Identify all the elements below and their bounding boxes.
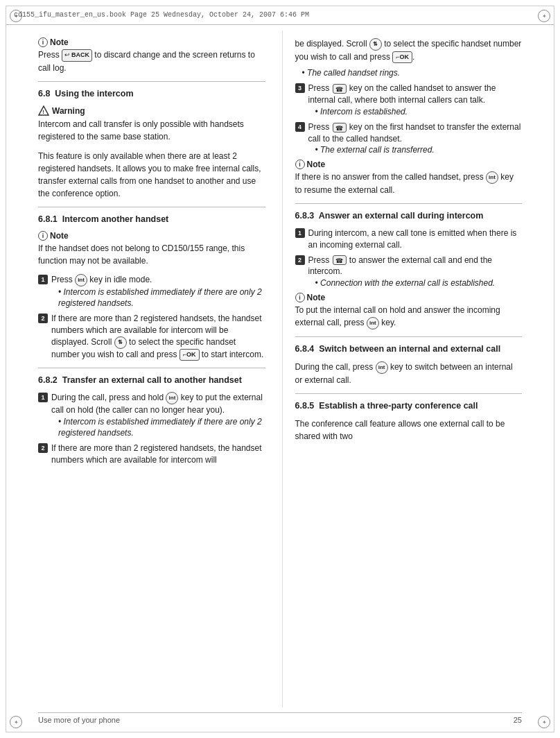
feature-text: This feature is only available when ther… (38, 150, 265, 200)
italic-note-681-1: • Intercom is established immediately if… (58, 286, 265, 310)
step-682-2: 2 If there are more than 2 registered ha… (38, 443, 265, 466)
warning-text: Intercom and call transfer is only possi… (38, 118, 265, 143)
header-bar: cd155_ifu_master_en_us.book Page 25 Wedn… (6, 6, 554, 25)
step-num-683-1: 1 (295, 228, 305, 238)
right-column: be displayed. Scroll ⇅ to select the spe… (282, 31, 523, 707)
note-heading-682: i Note (295, 160, 523, 169)
section-682-title: 6.8.2 Transfer an external call to anoth… (38, 375, 265, 385)
note-heading-683: i Note (295, 293, 523, 302)
note-heading-1: i Note (38, 37, 265, 47)
italic-note-683-2: • Connection with the external call is e… (315, 277, 523, 289)
back-key: ↩BACK (62, 49, 92, 62)
divider-r2 (295, 336, 523, 337)
step-content-682-4: Press ☎ key on the first handset to tran… (308, 121, 523, 156)
svg-text:!: ! (42, 109, 44, 115)
ok-key-1: ⌐OK (180, 349, 200, 361)
step-681-2: 2 If there are more than 2 registered ha… (38, 313, 265, 361)
int-key-note: int (486, 171, 498, 184)
section-681: 6.8.1 Intercom another handset (38, 214, 265, 224)
note-text-682: If there is no answer from the called ha… (295, 171, 523, 196)
steps-682-left: 1 During the call, press and hold int ke… (38, 392, 265, 466)
step-682-3: 3 Press ☎ key on the called handset to a… (295, 83, 523, 117)
section-682: 6.8.2 Transfer an external call to anoth… (38, 375, 265, 385)
step-content-683-2: Press ☎ to answer the external call and … (308, 255, 523, 289)
divider-3 (38, 368, 265, 368)
step-content-682-2: If there are more than 2 registered hand… (51, 443, 265, 466)
divider-r3 (295, 393, 523, 394)
step-683-2: 2 Press ☎ to answer the external call an… (295, 255, 523, 289)
scroll-key-r: ⇅ (369, 38, 382, 51)
step-content-681-2: If there are more than 2 registered hand… (51, 313, 265, 361)
left-column: i Note Press ↩BACK to discard change and… (38, 31, 265, 707)
step-num-1: 1 (38, 275, 48, 284)
note-text-1: Press ↩BACK to discard change and the sc… (38, 49, 265, 74)
warning-block: ! Warning Intercom and call transfer is … (38, 105, 265, 143)
note-heading-2: i Note (38, 231, 265, 241)
divider-1 (38, 81, 265, 82)
section-68-title: 6.8 Using the intercom (38, 89, 265, 98)
footer-right: 25 (514, 716, 522, 724)
note-icon-2: i (38, 231, 48, 241)
note-block-1: i Note Press ↩BACK to discard change and… (38, 37, 265, 74)
cont-682-2: be displayed. Scroll ⇅ to select the spe… (295, 37, 523, 63)
scroll-key-1: ⇅ (114, 336, 127, 349)
text-685: The conference call feature allows one e… (295, 418, 523, 443)
footer: Use more of your phone 25 (38, 712, 522, 724)
step-content-682-1: During the call, press and hold int key … (51, 392, 265, 439)
steps-683: 1 During intercom, a new call tone is em… (295, 228, 523, 289)
int-key-684: int (376, 361, 388, 374)
section-684-title: 6.8.4 Switch between an internal and ext… (295, 344, 523, 354)
section-683-title: 6.8.3 Answer an external call during int… (295, 211, 523, 221)
bullet-682: • The called handset rings. (302, 67, 523, 79)
warning-triangle-icon: ! (38, 105, 49, 117)
divider-r1 (295, 203, 523, 204)
note-icon-1: i (38, 37, 48, 47)
italic-note-682-1: • Intercom is established immediately if… (58, 416, 265, 440)
step-content-682-3: Press ☎ key on the called handset to ans… (308, 83, 523, 117)
step-num-682-3: 3 (295, 83, 305, 93)
call-key-2: ☎ (333, 123, 347, 132)
steps-681: 1 Press int key in idle mode. • Intercom… (38, 274, 265, 361)
step-num-683-2: 2 (295, 255, 305, 265)
note-text-683: To put the internal call on hold and ans… (295, 304, 523, 329)
step-682-4: 4 Press ☎ key on the first handset to tr… (295, 121, 523, 156)
note-text-2: If the handset does not belong to CD150/… (38, 242, 265, 267)
step-num-682-1: 1 (38, 393, 48, 402)
section-684: 6.8.4 Switch between an internal and ext… (295, 344, 523, 354)
step-num-2: 2 (38, 314, 48, 323)
note-icon-682: i (295, 160, 305, 169)
content-area: i Note Press ↩BACK to discard change and… (38, 31, 522, 707)
note-block-2: i Note If the handset does not belong to… (38, 231, 265, 267)
step-683-1: 1 During intercom, a new call tone is em… (295, 228, 523, 251)
text-684: During the call, press int key to switch… (295, 361, 523, 386)
footer-left: Use more of your phone (38, 716, 120, 724)
note-block-683: i Note To put the internal call on hold … (295, 293, 523, 329)
step-681-1: 1 Press int key in idle mode. • Intercom… (38, 274, 265, 310)
note-icon-683: i (295, 293, 305, 302)
steps-682-right: 3 Press ☎ key on the called handset to a… (295, 83, 523, 156)
step-content-681-1: Press int key in idle mode. • Intercom i… (51, 274, 265, 310)
int-key-682: int (166, 392, 178, 404)
call-key-3: ☎ (333, 255, 347, 265)
warning-heading: ! Warning (38, 105, 265, 117)
divider-2 (38, 207, 265, 207)
step-682-1: 1 During the call, press and hold int ke… (38, 392, 265, 439)
corner-mark-br: ✦ (538, 716, 550, 728)
section-683: 6.8.3 Answer an external call during int… (295, 211, 523, 221)
italic-note-682-4: • The external call is transferred. (315, 144, 523, 156)
italic-note-682-3: • Intercom is established. (315, 106, 523, 118)
ok-key-r: ⌐OK (392, 51, 412, 64)
section-685: 6.8.5 Establish a three-party conference… (295, 401, 523, 411)
note-block-682: i Note If there is no answer from the ca… (295, 160, 523, 196)
section-685-title: 6.8.5 Establish a three-party conference… (295, 401, 523, 411)
step-num-682-4: 4 (295, 122, 305, 132)
step-content-683-1: During intercom, a new call tone is emit… (308, 228, 523, 251)
section-68: 6.8 Using the intercom (38, 89, 265, 98)
call-key-1: ☎ (333, 84, 347, 94)
int-key-1: int (75, 274, 87, 286)
section-681-title: 6.8.1 Intercom another handset (38, 214, 265, 224)
header-text: cd155_ifu_master_en_us.book Page 25 Wedn… (14, 11, 309, 19)
step-num-682-2: 2 (38, 443, 48, 453)
int-key-683: int (367, 317, 379, 329)
corner-mark-bl: ✦ (10, 716, 22, 728)
